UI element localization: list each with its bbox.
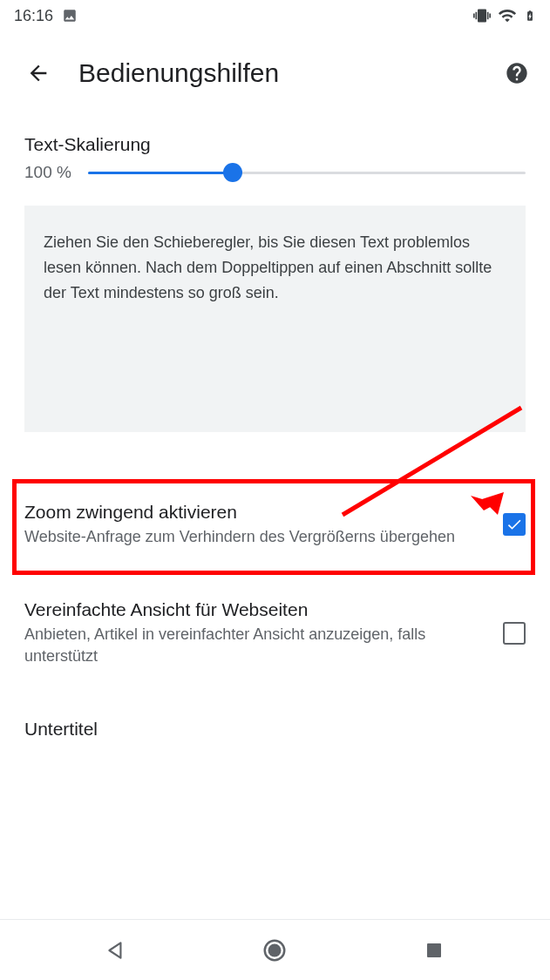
svg-rect-7 <box>427 943 441 957</box>
text-scaling-info-box: Ziehen Sie den Schieberegler, bis Sie di… <box>24 206 526 432</box>
app-bar: Bedienungshilfen <box>0 31 550 115</box>
status-time: 16:16 <box>14 7 53 25</box>
circle-home-icon <box>261 937 288 963</box>
setting-simplified-view[interactable]: Vereinfachte Ansicht für Webseiten Anbie… <box>0 582 550 684</box>
wifi-icon <box>498 6 517 25</box>
force-zoom-title: Zoom zwingend aktivieren <box>24 502 489 523</box>
captions-title: Untertitel <box>24 719 526 740</box>
setting-captions[interactable]: Untertitel <box>0 701 550 760</box>
text-scaling-value: 100 % <box>24 163 72 182</box>
simplified-view-desc: Anbieten, Artikel in vereinfachter Ansic… <box>24 624 489 666</box>
status-bar: 16:16 <box>0 0 550 31</box>
arrow-back-icon <box>26 61 51 85</box>
help-button[interactable] <box>501 57 533 89</box>
simplified-view-checkbox[interactable] <box>503 622 526 645</box>
svg-point-6 <box>268 943 282 956</box>
text-scaling-slider[interactable] <box>88 159 526 186</box>
force-zoom-checkbox[interactable] <box>503 513 526 536</box>
setting-force-zoom[interactable]: Zoom zwingend aktivieren Website-Anfrage… <box>0 484 550 564</box>
text-scaling-label: Text-Skalierung <box>24 134 526 155</box>
info-text: Ziehen Sie den Schieberegler, bis Sie di… <box>44 233 492 301</box>
vibrate-icon <box>473 7 491 24</box>
nav-home-button[interactable] <box>250 926 299 975</box>
page-title: Bedienungshilfen <box>78 58 501 88</box>
checkmark-icon <box>506 516 523 533</box>
triangle-back-icon <box>105 939 127 962</box>
help-icon <box>505 61 529 85</box>
navigation-bar <box>0 919 550 980</box>
nav-back-button[interactable] <box>92 926 140 975</box>
back-button[interactable] <box>17 52 59 94</box>
content-area: Text-Skalierung 100 % Ziehen Sie den Sch… <box>0 115 550 760</box>
slider-thumb[interactable] <box>223 163 242 182</box>
battery-charging-icon <box>524 7 536 24</box>
force-zoom-desc: Website-Anfrage zum Verhindern des Vergr… <box>24 526 489 547</box>
simplified-view-title: Vereinfachte Ansicht für Webseiten <box>24 599 489 620</box>
square-recent-icon <box>424 940 445 961</box>
image-icon <box>62 8 78 24</box>
text-scaling-section: Text-Skalierung 100 % <box>0 115 550 197</box>
nav-recent-button[interactable] <box>410 926 458 975</box>
